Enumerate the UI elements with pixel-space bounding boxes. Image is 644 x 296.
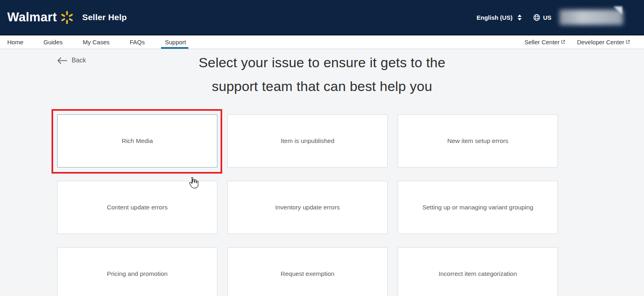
tab-my-cases[interactable]: My Cases (83, 35, 110, 49)
issue-card-item-is-unpublished[interactable]: Item is unpublished (227, 114, 388, 168)
developer-center-link[interactable]: Developer Center (577, 35, 630, 49)
region-selector[interactable]: US (533, 14, 551, 21)
support-issue-picker: Back Select your issue to ensure it gets… (0, 49, 644, 296)
back-arrow-icon (57, 57, 67, 64)
tab-faqs[interactable]: FAQs (130, 35, 145, 49)
walmart-wordmark: Walmart (7, 10, 57, 25)
external-link-icon (625, 39, 630, 45)
issue-card-wrap-rich-media: Rich Media (57, 114, 217, 168)
issue-card-new-item-setup-errors[interactable]: New item setup errors (398, 114, 558, 168)
region-label: US (543, 14, 551, 21)
tab-home[interactable]: Home (7, 35, 23, 49)
back-button[interactable]: Back (57, 57, 86, 64)
blur-highlight-artifact (613, 6, 622, 14)
tab-support[interactable]: Support (165, 35, 186, 49)
up-down-arrows-icon (518, 14, 522, 21)
issue-card-inventory-update-errors[interactable]: Inventory update errors (227, 181, 388, 234)
issue-grid: Rich Media Item is unpublished New item … (57, 114, 644, 296)
page-title: Select your issue to ensure it gets to t… (0, 49, 644, 98)
tab-guides[interactable]: Guides (43, 35, 63, 49)
page-title-line1: Select your issue to ensure it gets to t… (0, 51, 644, 75)
developer-center-label: Developer Center (577, 39, 624, 46)
language-selector[interactable]: English (US) (477, 14, 522, 21)
issue-card-pricing-and-promotion[interactable]: Pricing and promotion (57, 247, 217, 296)
main-navbar: Home Guides My Cases FAQs Support Seller… (0, 35, 644, 49)
back-label: Back (72, 57, 86, 64)
seller-center-label: Seller Center (524, 39, 560, 46)
issue-card-incorrect-item-categorization[interactable]: Incorrect item categorization (398, 247, 558, 296)
app-header: Walmart Seller Help English (US) (0, 0, 644, 35)
external-link-icon (561, 39, 566, 45)
issue-card-variant-grouping[interactable]: Setting up or managing variant grouping (398, 181, 558, 234)
issue-card-content-update-errors[interactable]: Content update errors (57, 181, 217, 234)
issue-card-request-exemption[interactable]: Request exemption (227, 247, 388, 296)
nav-tabs: Home Guides My Cases FAQs Support (7, 35, 186, 49)
app-title: Seller Help (82, 12, 127, 22)
issue-card-rich-media[interactable]: Rich Media (57, 114, 217, 168)
walmart-logo[interactable]: Walmart (7, 10, 74, 25)
seller-center-link[interactable]: Seller Center (524, 35, 566, 49)
page-title-line2: support team that can best help you (0, 75, 644, 98)
walmart-spark-icon (60, 10, 74, 25)
language-label: English (US) (477, 14, 512, 21)
globe-icon (533, 14, 541, 21)
